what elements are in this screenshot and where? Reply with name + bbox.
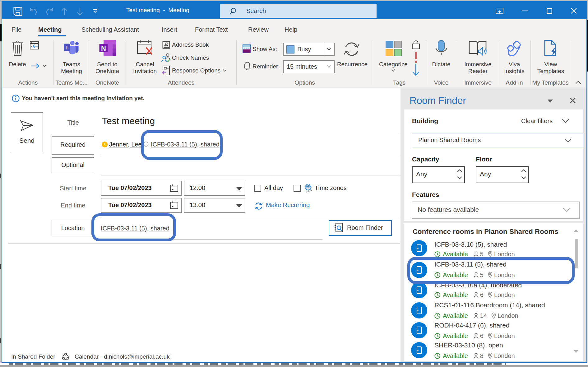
- svg-text:N: N: [101, 44, 106, 52]
- svg-text:T: T: [65, 45, 69, 51]
